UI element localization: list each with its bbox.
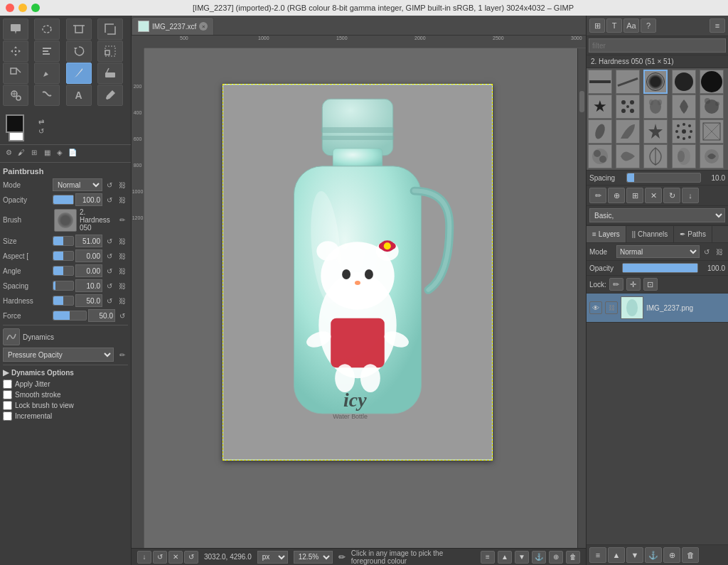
transform-tool[interactable] — [97, 18, 123, 40]
color-picker-tool[interactable] — [97, 85, 123, 106]
grid-view-btn[interactable]: ⊞ — [589, 18, 605, 33]
up-btn[interactable]: ▲ — [498, 551, 512, 564]
lock-paint-btn[interactable]: ✏ — [609, 278, 623, 291]
canvas-tab[interactable]: IMG_2237.xcf × — [132, 17, 214, 35]
spacing-slider[interactable] — [53, 281, 74, 291]
paintbrush-tool[interactable] — [66, 63, 92, 84]
spacing-track[interactable] — [626, 173, 701, 183]
minimize-button[interactable] — [18, 4, 27, 12]
new-layer-group-btn[interactable]: ≡ — [589, 547, 606, 563]
clone-tool[interactable] — [3, 85, 28, 106]
brush-cell-feather2[interactable] — [672, 144, 696, 168]
tab-layers[interactable]: ≡ Layers — [587, 226, 626, 242]
brush-cell-leaf1[interactable] — [588, 119, 612, 144]
opacity-value[interactable]: 100.0 — [75, 193, 102, 206]
merge-layer-btn[interactable]: ⊕ — [663, 547, 680, 563]
gradient-icon[interactable]: ▦ — [41, 146, 53, 158]
layer-link[interactable]: ⛓ — [605, 301, 618, 314]
brush-cell-dots2[interactable] — [672, 119, 696, 144]
brush-cell-splatter1[interactable] — [643, 95, 668, 119]
close-button[interactable] — [6, 4, 14, 12]
lasso-tool[interactable] — [34, 18, 60, 40]
mode-reset[interactable]: ↺ — [104, 179, 115, 190]
brush-cell-texture3[interactable] — [616, 144, 640, 168]
brush-edit[interactable]: ✏ — [117, 215, 128, 226]
brush-cell-dots1[interactable] — [616, 95, 640, 119]
force-value[interactable] — [88, 309, 115, 322]
brush-cell-circle-selected[interactable] — [643, 70, 668, 94]
swap-colors[interactable]: ⇄ — [38, 118, 44, 126]
tab-paths[interactable]: ✒ Paths — [674, 226, 712, 242]
help-btn[interactable]: ? — [641, 18, 656, 33]
palette-icon[interactable]: ◈ — [54, 146, 65, 158]
aspect-chain[interactable]: ⛓ — [117, 250, 128, 262]
expand-icon[interactable]: ▶ — [3, 368, 9, 377]
zoom-select[interactable]: 12.5% 25% 50% 100% — [294, 551, 333, 564]
brush-cell-circle-hard[interactable] — [672, 70, 696, 94]
reset-colors[interactable]: ↺ — [38, 127, 44, 135]
raise-layer-btn[interactable]: ▲ — [608, 547, 625, 563]
anchor-layer-btn[interactable]: ⚓ — [645, 547, 662, 563]
layers-mode-select[interactable]: Normal — [616, 245, 700, 258]
pencil-tool[interactable] — [3, 63, 28, 84]
down-btn[interactable]: ▼ — [515, 551, 529, 564]
delete-button[interactable]: ✕ — [168, 551, 183, 564]
angle-reset[interactable]: ↺ — [104, 265, 115, 276]
angle-chain[interactable]: ⛓ — [117, 265, 128, 276]
layer-mode-chain[interactable]: ⛓ — [714, 246, 725, 257]
vertical-scrollbar[interactable] — [577, 48, 586, 548]
duplicate-brush-btn[interactable]: ⊕ — [608, 188, 625, 203]
opacity-chain[interactable]: ⛓ — [117, 194, 128, 205]
size-chain[interactable]: ⛓ — [117, 235, 128, 247]
tab-close-button[interactable]: × — [199, 22, 208, 31]
size-reset[interactable]: ↺ — [104, 235, 115, 247]
panel-menu-btn[interactable]: ≡ — [710, 18, 725, 33]
spacing-chain[interactable]: ⛓ — [117, 280, 128, 291]
view-btn[interactable]: ⊞ — [626, 188, 643, 203]
layers-opacity-track[interactable] — [622, 263, 698, 273]
size-value[interactable] — [75, 235, 102, 247]
opacity-reset[interactable]: ↺ — [104, 194, 115, 205]
layer-mode-reset[interactable]: ↺ — [701, 246, 712, 257]
dynamics-select[interactable]: Pressure Opacity — [3, 348, 114, 362]
unit-select[interactable]: px mm in — [257, 551, 288, 564]
smooth-stroke-checkbox[interactable] — [3, 390, 12, 399]
brush-cell-feather1[interactable] — [643, 144, 668, 168]
hardness-value[interactable] — [75, 294, 102, 307]
apply-jitter-checkbox[interactable] — [3, 380, 12, 389]
foreground-color[interactable] — [6, 114, 24, 133]
brush-cell-splatter3[interactable] — [700, 95, 724, 119]
force-slider[interactable] — [53, 311, 87, 321]
smudge-tool[interactable] — [34, 85, 60, 106]
brush-cell-custom[interactable] — [700, 144, 724, 168]
alignment-tool[interactable] — [34, 41, 60, 62]
refresh-btn[interactable]: ✕ — [645, 188, 662, 203]
opacity-slider[interactable] — [53, 195, 74, 205]
brush-filter-input[interactable] — [589, 38, 726, 53]
brush-cell-circle-big[interactable] — [700, 70, 724, 94]
brush-cell-texture1[interactable] — [700, 119, 724, 144]
aspect-ratio-slider[interactable] — [53, 251, 74, 261]
eraser-tool[interactable] — [97, 63, 123, 84]
trash-btn[interactable]: 🗑 — [566, 551, 580, 564]
brush-cell-line2[interactable] — [616, 70, 640, 94]
spacing-reset[interactable]: ↺ — [104, 280, 115, 291]
dynamics-edit[interactable]: ✏ — [117, 349, 128, 360]
preset-select[interactable]: Basic, — [589, 208, 725, 222]
aspect-ratio-value[interactable] — [75, 249, 102, 262]
edit-brush-btn[interactable]: ✏ — [589, 188, 606, 203]
merge-btn[interactable]: ⊕ — [549, 551, 563, 564]
export-brush-btn[interactable]: ↓ — [682, 188, 699, 203]
canvas-image[interactable]: icy Water Bottle — [223, 84, 493, 461]
paint-bucket-tool[interactable] — [3, 18, 28, 40]
brush-cell-line[interactable] — [588, 70, 612, 94]
lower-layer-btn[interactable]: ▼ — [626, 547, 643, 563]
hardness-chain[interactable]: ⛓ — [117, 295, 128, 306]
crop-tool[interactable] — [66, 18, 92, 40]
angle-value[interactable] — [75, 264, 102, 277]
brush-cell-texture2[interactable] — [588, 144, 612, 168]
spacing-value[interactable] — [75, 279, 102, 292]
move-tool[interactable] — [3, 41, 28, 62]
brush-icon[interactable]: 🖌 — [16, 146, 27, 158]
export-button[interactable]: ↓ — [137, 551, 151, 564]
